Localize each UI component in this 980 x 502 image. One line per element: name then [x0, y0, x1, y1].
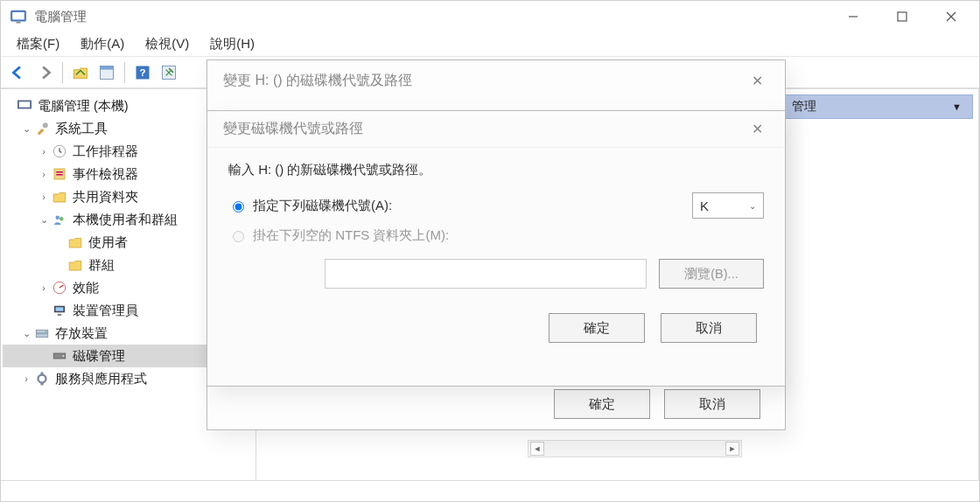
svg-text:?: ? — [139, 66, 145, 78]
close-button[interactable] — [927, 1, 976, 32]
tools-icon — [34, 121, 50, 136]
disk-icon — [52, 348, 67, 364]
folder-icon — [67, 234, 83, 250]
tree-label: 裝置管理員 — [73, 303, 138, 319]
change-letter-or-path-dialog: 變更磁碟機代號或路徑 ✕ 輸入 H: () 的新磁碟機代號或路徑。 指定下列磁碟… — [206, 110, 786, 387]
storage-icon — [34, 325, 50, 341]
forward-button[interactable] — [32, 60, 57, 85]
statusbar — [1, 480, 979, 501]
option-assign-letter-label: 指定下列磁碟機代號(A): — [253, 198, 692, 214]
dialog2-cancel-button[interactable]: 取消 — [661, 313, 757, 343]
dialog1-buttons: 確定 取消 — [207, 389, 785, 419]
dialog1-title: 變更 H: () 的磁碟機代號及路徑 — [223, 72, 412, 90]
services-icon — [34, 371, 50, 387]
dialog2-title: 變更磁碟機代號或路徑 — [223, 120, 363, 138]
svg-rect-32 — [41, 382, 44, 386]
tree-label: 效能 — [73, 280, 99, 296]
help-button[interactable]: ? — [130, 60, 155, 85]
browse-button[interactable]: 瀏覽(B)... — [659, 259, 764, 289]
menu-action[interactable]: 動作(A) — [70, 34, 135, 54]
dialog1-ok-button[interactable]: 確定 — [554, 389, 650, 419]
collapse-icon[interactable]: ⌄ — [20, 328, 32, 339]
svg-point-29 — [63, 355, 65, 357]
dialog2-buttons: 確定 取消 — [228, 294, 764, 343]
svg-rect-1 — [12, 12, 24, 19]
svg-rect-4 — [898, 12, 906, 21]
svg-rect-8 — [101, 66, 114, 69]
svg-rect-17 — [56, 171, 63, 173]
app-icon — [10, 8, 27, 25]
svg-point-19 — [56, 216, 60, 220]
option-assign-letter-row: 指定下列磁碟機代號(A): K ⌄ — [228, 191, 764, 220]
svg-rect-24 — [58, 314, 62, 316]
titlebar: 電腦管理 — [1, 1, 979, 32]
scroll-left-button[interactable]: ◄ — [530, 442, 544, 456]
scroll-right-button[interactable]: ► — [725, 442, 739, 456]
option-mount-radio[interactable] — [233, 231, 244, 242]
event-icon — [52, 166, 67, 182]
tree-label: 電腦管理 (本機) — [38, 98, 129, 115]
dialog2-prompt: 輸入 H: () 的新磁碟機代號或路徑。 — [228, 162, 764, 178]
maximize-button[interactable] — [878, 1, 927, 32]
horizontal-scrollbar[interactable]: ◄ ► — [528, 440, 742, 457]
expand-icon[interactable]: › — [38, 146, 50, 157]
collapse-icon[interactable]: ⌄ — [20, 123, 32, 135]
dialog1-close-button[interactable]: ✕ — [745, 68, 769, 93]
dialog2-titlebar: 變更磁碟機代號或路徑 ✕ — [207, 111, 785, 148]
menubar: 檔案(F) 動作(A) 檢視(V) 說明(H) — [1, 32, 979, 57]
drive-letter-value: K — [700, 199, 709, 213]
refresh-view-button[interactable] — [157, 60, 181, 85]
window-title: 電腦管理 — [34, 9, 829, 25]
svg-point-30 — [38, 375, 46, 383]
svg-rect-18 — [56, 174, 63, 176]
tree-label: 磁碟管理 — [73, 348, 125, 365]
tree-label: 系統工具 — [55, 121, 108, 137]
drive-letter-select[interactable]: K ⌄ — [692, 192, 764, 219]
shared-folder-icon — [52, 189, 67, 205]
dialog2-ok-button[interactable]: 確定 — [549, 313, 645, 343]
users-icon — [52, 212, 67, 227]
toolbar-separator — [62, 62, 63, 83]
svg-rect-2 — [17, 22, 21, 24]
window-controls — [829, 1, 976, 32]
dialog2-close-button[interactable]: ✕ — [745, 117, 769, 142]
svg-rect-13 — [19, 102, 30, 108]
mount-path-row: 瀏覽(B)... — [325, 259, 764, 289]
tree-label: 本機使用者和群組 — [73, 212, 178, 228]
back-button[interactable] — [6, 60, 31, 85]
menu-view[interactable]: 檢視(V) — [135, 34, 200, 54]
svg-point-14 — [43, 122, 48, 128]
actions-header[interactable]: 管理 ▼ — [780, 94, 973, 119]
tree-label: 事件檢視器 — [73, 166, 138, 183]
dialog1-cancel-button[interactable]: 取消 — [664, 389, 760, 419]
dialog2-content: 輸入 H: () 的新磁碟機代號或路徑。 指定下列磁碟機代號(A): K ⌄ 掛… — [207, 148, 785, 352]
expand-icon[interactable]: › — [20, 373, 32, 384]
actions-title: 管理 — [792, 99, 816, 115]
tree-label: 工作排程器 — [73, 143, 138, 160]
computer-icon — [17, 98, 32, 114]
menu-help[interactable]: 說明(H) — [200, 34, 265, 54]
svg-rect-23 — [56, 307, 64, 311]
device-icon — [52, 303, 67, 318]
option-mount-row: 掛在下列空的 NTFS 資料夾上(M): — [228, 220, 764, 250]
menu-file[interactable]: 檔案(F) — [6, 34, 70, 54]
perf-icon — [52, 280, 67, 296]
option-assign-letter-radio[interactable] — [233, 201, 244, 213]
folder-icon — [67, 257, 83, 273]
minimize-button[interactable] — [829, 1, 878, 32]
collapse-icon[interactable]: ⌄ — [38, 214, 50, 226]
svg-rect-31 — [41, 373, 44, 376]
tree-label: 群組 — [88, 257, 115, 274]
expand-icon[interactable]: › — [38, 282, 50, 293]
tree-label: 存放裝置 — [55, 325, 108, 342]
expand-icon[interactable]: › — [38, 169, 50, 179]
dialog1-titlebar: 變更 H: () 的磁碟機代號及路徑 ✕ — [207, 60, 785, 101]
toolbar-separator-2 — [124, 62, 125, 83]
svg-point-20 — [60, 217, 64, 221]
expand-icon[interactable]: › — [38, 192, 50, 202]
up-folder-button[interactable] — [68, 60, 93, 85]
tree-label: 服務與應用程式 — [55, 371, 147, 387]
tree-label: 使用者 — [88, 234, 128, 251]
mount-path-input[interactable] — [325, 259, 647, 289]
properties-button[interactable] — [94, 60, 119, 85]
